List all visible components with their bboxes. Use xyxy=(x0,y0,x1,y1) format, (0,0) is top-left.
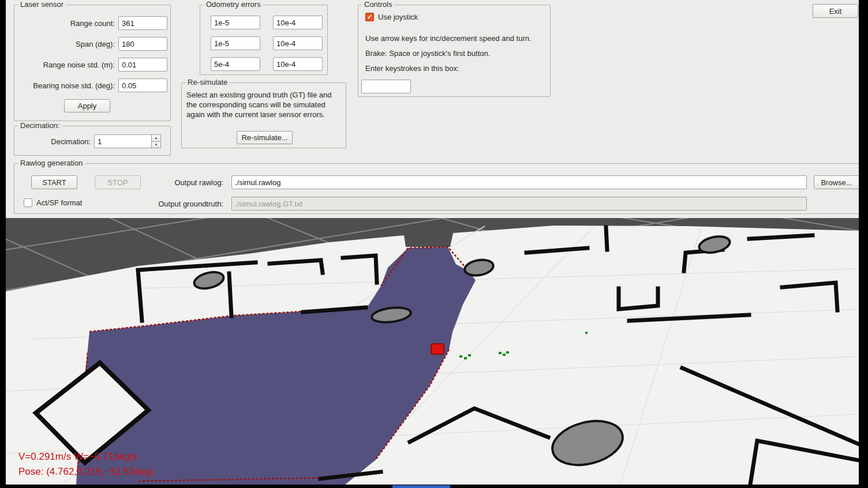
rawlog-generation-group: Rawlog generation START STOP Output rawl… xyxy=(14,163,864,214)
controls-instruction-1: Use arrow keys for inc/decrement speed a… xyxy=(365,34,532,43)
act-sf-option[interactable]: Act/SF format xyxy=(24,198,82,207)
decimation-group: Decimation: Decimation: ▲ ▼ xyxy=(14,126,171,156)
taskbar-hint xyxy=(392,485,450,488)
bearing-noise-label: Bearing noise std. (deg): xyxy=(17,81,115,90)
span-deg-label: Span (deg): xyxy=(17,40,115,48)
exit-button[interactable]: Exit xyxy=(813,4,858,18)
decimation-increment-button[interactable]: ▲ xyxy=(151,134,161,142)
controls-instruction-2: Brake: Space or joystick's first button. xyxy=(365,49,490,58)
hud-pose: Pose: (4.762,0.215,−32.53deg) xyxy=(18,466,154,478)
use-joystick-option[interactable]: ✓ Use joystick xyxy=(365,13,418,21)
range-count-label: Range count: xyxy=(17,19,115,28)
act-sf-checkbox[interactable] xyxy=(24,198,32,207)
use-joystick-checkbox[interactable]: ✓ xyxy=(365,13,374,21)
map-scene xyxy=(6,218,859,485)
hud-velocity: V=0.291m/s W=−5.71deg/s xyxy=(18,451,138,463)
decimation-input[interactable] xyxy=(94,134,151,148)
odometry-input-r1-right[interactable] xyxy=(273,36,323,50)
resimulate-description: Select an existing ground truth (GT) fil… xyxy=(186,90,343,119)
odometry-input-r1-left[interactable] xyxy=(211,36,260,50)
output-groundtruth-label: Output groundtruth: xyxy=(118,200,223,208)
odometry-errors-group-title: Odometry errors xyxy=(204,0,263,9)
odometry-input-r2-left[interactable] xyxy=(211,57,260,71)
keystroke-input[interactable] xyxy=(361,80,411,93)
odometry-input-r2-right[interactable] xyxy=(273,57,323,71)
apply-button[interactable]: Apply xyxy=(64,99,110,112)
spin-down-icon: ▼ xyxy=(155,143,158,147)
act-sf-label: Act/SF format xyxy=(36,198,82,207)
app-window: Laser sensor Range count: Span (deg): Ra… xyxy=(0,0,868,488)
checkmark-icon: ✓ xyxy=(367,14,372,20)
resimulate-group-title: Re-simulate xyxy=(185,78,230,87)
controls-group-title: Controls xyxy=(362,0,394,9)
decimation-label: Decimation: xyxy=(47,137,91,146)
resimulate-button[interactable]: Re-simulate... xyxy=(237,131,293,144)
robot-marker xyxy=(431,344,444,354)
laser-sensor-group-title: Laser sensor xyxy=(18,0,66,9)
resimulate-group: Re-simulate Select an existing ground tr… xyxy=(181,82,346,148)
odometry-input-r0-left[interactable] xyxy=(211,16,260,29)
odometry-errors-group: Odometry errors xyxy=(200,5,328,75)
use-joystick-label: Use joystick xyxy=(378,13,418,21)
range-noise-input[interactable] xyxy=(118,58,167,72)
output-groundtruth-input xyxy=(231,197,807,211)
output-rawlog-label: Output rawlog: xyxy=(118,178,223,187)
simulation-3d-view[interactable]: V=0.291m/s W=−5.71deg/s Pose: (4.762,0.2… xyxy=(6,218,859,485)
spin-up-icon: ▲ xyxy=(155,136,158,140)
start-button[interactable]: START xyxy=(31,175,77,189)
laser-sensor-group: Laser sensor Range count: Span (deg): Ra… xyxy=(14,5,171,121)
controls-instruction-3: Enter keystrokes in this box: xyxy=(365,64,459,73)
range-count-input[interactable] xyxy=(118,16,167,30)
settings-panel: Laser sensor Range count: Span (deg): Ra… xyxy=(6,0,859,218)
odometry-input-r0-right[interactable] xyxy=(273,16,323,29)
screen-bezel-left xyxy=(0,0,6,488)
range-noise-label: Range noise std. (m): xyxy=(17,61,115,69)
screen-bezel-right xyxy=(859,0,868,488)
browse-button[interactable]: Browse... xyxy=(814,175,859,189)
decimation-decrement-button[interactable]: ▼ xyxy=(151,142,161,149)
controls-group: Controls ✓ Use joystick Use arrow keys f… xyxy=(358,5,551,97)
decimation-group-title: Decimation: xyxy=(18,121,62,130)
span-deg-input[interactable] xyxy=(118,37,167,51)
output-rawlog-input[interactable] xyxy=(231,175,807,189)
bearing-noise-input[interactable] xyxy=(118,78,167,92)
rawlog-generation-group-title: Rawlog generation xyxy=(18,159,85,167)
decimation-spinner: ▲ ▼ xyxy=(94,134,161,148)
